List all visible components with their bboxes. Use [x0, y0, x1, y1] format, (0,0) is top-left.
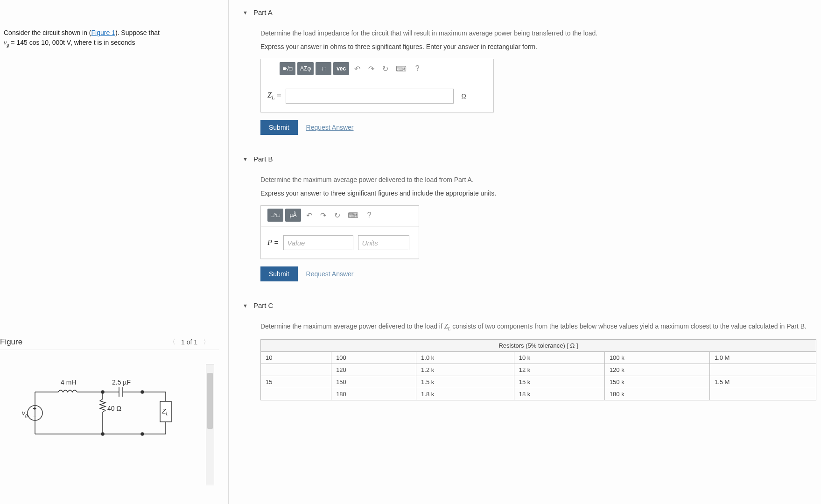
- reset-icon[interactable]: ↻: [331, 209, 343, 222]
- table-cell: 120: [331, 364, 416, 376]
- table-row: 1201.2 k12 k120 k: [261, 364, 816, 376]
- problem-intro: Consider the circuit shown in (Figure 1)…: [0, 9, 224, 58]
- part-a-input-row: ZL = Ω: [261, 80, 493, 112]
- figure-title: Figure: [0, 337, 22, 347]
- undo-icon[interactable]: ↶: [351, 62, 363, 75]
- table-cell: 100 k: [604, 351, 709, 364]
- undo-icon[interactable]: ↶: [303, 209, 315, 222]
- part-a-request-answer[interactable]: Request Answer: [306, 124, 354, 131]
- table-cell: [709, 388, 816, 400]
- right-pane: ▼ Part A Determine the load impedance fo…: [229, 0, 821, 504]
- template-button[interactable]: ■√□: [280, 62, 295, 75]
- caret-down-icon: ▼: [243, 156, 248, 162]
- part-a-toolbar: ■√□ ΑΣφ ↓↑ vec ↶ ↷ ↻ ⌨ ?: [261, 59, 493, 80]
- table-cell: 1.2 k: [416, 364, 514, 376]
- part-b: ▼ Part B Determine the maximum average p…: [243, 151, 816, 281]
- figure-prev-icon[interactable]: 〈: [169, 338, 175, 346]
- scrollbar-thumb[interactable]: [207, 373, 213, 429]
- label-vg-sub: g: [25, 413, 28, 418]
- part-b-question: Determine the maximum average power deli…: [260, 175, 816, 185]
- table-cell: [709, 364, 816, 376]
- part-b-subtext: Express your answer to three significant…: [260, 189, 816, 197]
- resistor-table-wrap: Resistors (5% tolerance) [ Ω ] 101001.0 …: [260, 339, 816, 400]
- units-format-button[interactable]: □°□: [267, 209, 283, 222]
- vec-button[interactable]: vec: [333, 62, 349, 75]
- figure-link[interactable]: Figure 1: [91, 29, 115, 36]
- figure-body: + −: [0, 350, 219, 499]
- part-c-question: Determine the maximum average power deli…: [260, 322, 816, 333]
- svg-text:vg: vg: [22, 409, 28, 418]
- part-a-var: ZL =: [267, 91, 281, 101]
- table-cell: 10 k: [514, 351, 604, 364]
- table-cell: 1.5 M: [709, 376, 816, 388]
- table-cell: 150 k: [604, 376, 709, 388]
- part-b-units-input[interactable]: [358, 235, 409, 250]
- part-b-header[interactable]: ▼ Part B: [243, 151, 816, 167]
- help-icon[interactable]: ?: [363, 209, 375, 222]
- label-capacitor: 2.5 µF: [112, 378, 131, 386]
- part-b-title: Part B: [253, 155, 273, 163]
- caret-down-icon: ▼: [243, 10, 248, 15]
- table-row: 1801.8 k18 k180 k: [261, 388, 816, 400]
- mu-button[interactable]: µÅ: [285, 209, 301, 222]
- table-cell: [261, 364, 331, 376]
- eq-rhs: = 145 cos 10, 000t V, where t is in seco…: [9, 39, 135, 46]
- table-cell: 15: [261, 376, 331, 388]
- label-zl-sub: L: [166, 411, 169, 416]
- left-pane: Consider the circuit shown in (Figure 1)…: [0, 0, 229, 504]
- figure-section: Figure 〈 1 of 1 〉 + −: [0, 330, 224, 499]
- svg-text:+: +: [33, 405, 36, 412]
- part-a: ▼ Part A Determine the load impedance fo…: [243, 5, 816, 135]
- table-cell: 15 k: [514, 376, 604, 388]
- figure-next-icon[interactable]: 〉: [203, 338, 210, 346]
- table-cell: 1.0 k: [416, 351, 514, 364]
- figure-scrollbar[interactable]: [206, 364, 214, 485]
- part-a-header[interactable]: ▼ Part A: [243, 5, 816, 20]
- part-c-title: Part C: [253, 301, 274, 309]
- table-cell: 1.0 M: [709, 351, 816, 364]
- label-inductor: 4 mH: [61, 378, 76, 386]
- part-b-toolbar: □°□ µÅ ↶ ↷ ↻ ⌨ ?: [261, 206, 419, 227]
- table-header: Resistors (5% tolerance) [ Ω ]: [261, 339, 816, 351]
- part-b-request-answer[interactable]: Request Answer: [306, 270, 354, 278]
- table-cell: 18 k: [514, 388, 604, 400]
- part-b-value-input[interactable]: [283, 235, 353, 250]
- greek-button[interactable]: ΑΣφ: [297, 62, 314, 75]
- part-b-submit-button[interactable]: Submit: [260, 266, 298, 281]
- svg-text:−: −: [33, 413, 36, 420]
- keyboard-icon[interactable]: ⌨: [393, 62, 409, 75]
- table-cell: 12 k: [514, 364, 604, 376]
- reset-icon[interactable]: ↻: [379, 62, 391, 75]
- table-cell: [261, 388, 331, 400]
- part-c: ▼ Part C Determine the maximum average p…: [243, 298, 816, 400]
- table-cell: 150: [331, 376, 416, 388]
- part-b-input-row: P =: [261, 227, 419, 259]
- part-a-unit: Ω: [461, 92, 466, 100]
- intro-text-1: Consider the circuit shown in (: [4, 29, 91, 36]
- help-icon[interactable]: ?: [411, 62, 423, 75]
- part-a-input[interactable]: [286, 89, 454, 104]
- label-resistor: 40 Ω: [107, 405, 121, 412]
- part-a-question: Determine the load impedance for the cir…: [260, 28, 816, 38]
- part-c-header[interactable]: ▼ Part C: [243, 298, 816, 313]
- table-cell: 180: [331, 388, 416, 400]
- redo-icon[interactable]: ↷: [317, 209, 329, 222]
- subscript-button[interactable]: ↓↑: [316, 62, 331, 75]
- table-cell: 100: [331, 351, 416, 364]
- table-cell: 180 k: [604, 388, 709, 400]
- part-a-subtext: Express your answer in ohms to three sig…: [260, 43, 816, 50]
- table-cell: 1.5 k: [416, 376, 514, 388]
- label-zl: Z: [161, 407, 166, 415]
- figure-header: Figure 〈 1 of 1 〉: [0, 335, 219, 350]
- redo-icon[interactable]: ↷: [365, 62, 377, 75]
- resistor-table: Resistors (5% tolerance) [ Ω ] 101001.0 …: [260, 339, 816, 400]
- part-a-submit-button[interactable]: Submit: [260, 120, 298, 135]
- keyboard-icon[interactable]: ⌨: [345, 209, 361, 222]
- table-cell: 10: [261, 351, 331, 364]
- table-cell: 1.8 k: [416, 388, 514, 400]
- part-a-title: Part A: [253, 8, 273, 16]
- figure-nav: 〈 1 of 1 〉: [169, 338, 210, 346]
- table-row: 151501.5 k15 k150 k1.5 M: [261, 376, 816, 388]
- circuit-diagram: + −: [21, 364, 184, 457]
- part-b-answer-box: □°□ µÅ ↶ ↷ ↻ ⌨ ? P =: [260, 205, 419, 259]
